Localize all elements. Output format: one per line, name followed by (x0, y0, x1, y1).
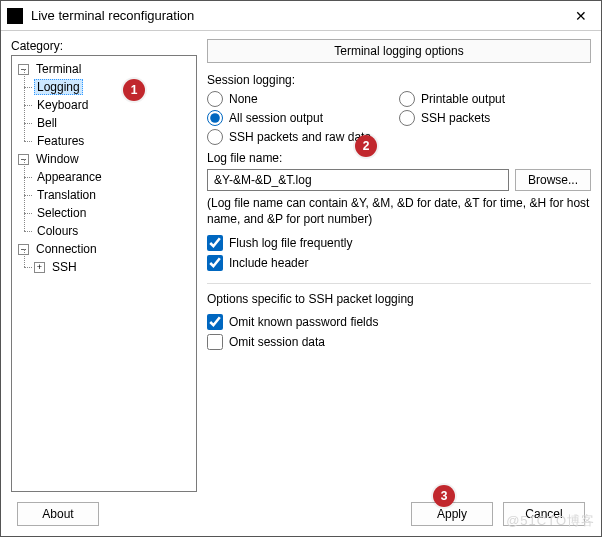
tree-label[interactable]: Connection (33, 241, 100, 257)
browse-button[interactable]: Browse... (515, 169, 591, 191)
checkbox-label: Include header (229, 256, 308, 270)
close-button[interactable]: ✕ (565, 3, 597, 29)
radio-input[interactable] (207, 129, 223, 145)
footer: About Apply Cancel (1, 492, 601, 536)
radio-none[interactable]: None (207, 91, 399, 107)
separator (207, 283, 591, 284)
tree-label[interactable]: Appearance (34, 169, 105, 185)
radio-ssh-raw[interactable]: SSH packets and raw data (207, 129, 591, 145)
radio-input[interactable] (399, 91, 415, 107)
about-button[interactable]: About (17, 502, 99, 526)
tree-label[interactable]: SSH (49, 259, 80, 275)
checkbox-input[interactable] (207, 334, 223, 350)
apply-button[interactable]: Apply (411, 502, 493, 526)
logfile-row: Browse... (207, 169, 591, 191)
logfile-input[interactable] (207, 169, 509, 191)
tree-node-translation[interactable]: Translation (34, 186, 194, 204)
checkbox-label: Flush log file frequently (229, 236, 352, 250)
close-icon: ✕ (575, 8, 587, 24)
tree-node-window[interactable]: –Window Appearance Translation Selection… (18, 150, 194, 240)
annotation-3: 3 (433, 485, 455, 507)
tree-label[interactable]: Bell (34, 115, 60, 131)
app-icon (7, 8, 23, 24)
radio-input[interactable] (207, 91, 223, 107)
radio-label: All session output (229, 111, 323, 125)
check-header[interactable]: Include header (207, 255, 591, 271)
tree-node-keyboard[interactable]: Keyboard (34, 96, 194, 114)
radio-input[interactable] (399, 110, 415, 126)
checkbox-label: Omit session data (229, 335, 325, 349)
titlebar: Live terminal reconfiguration ✕ (1, 1, 601, 31)
ssh-section-label: Options specific to SSH packet logging (207, 292, 591, 306)
logfile-label: Log file name: (207, 151, 591, 165)
session-logging-radios: None Printable output All session output… (207, 91, 591, 145)
category-tree[interactable]: –Terminal Logging Keyboard Bell Features… (11, 55, 197, 492)
annotation-1: 1 (123, 79, 145, 101)
tree-label[interactable]: Features (34, 133, 87, 149)
tree-node-ssh[interactable]: +SSH (34, 258, 194, 276)
checkbox-label: Omit known password fields (229, 315, 378, 329)
tree-node-selection[interactable]: Selection (34, 204, 194, 222)
checkbox-input[interactable] (207, 235, 223, 251)
radio-ssh-packets[interactable]: SSH packets (399, 110, 591, 126)
ssh-options: Omit known password fields Omit session … (207, 314, 591, 350)
tree-node-logging[interactable]: Logging (34, 78, 194, 96)
radio-all-output[interactable]: All session output (207, 110, 399, 126)
check-omit-session[interactable]: Omit session data (207, 334, 591, 350)
tree-node-terminal[interactable]: –Terminal Logging Keyboard Bell Features (18, 60, 194, 150)
tree-label[interactable]: Translation (34, 187, 99, 203)
logfile-hint: (Log file name can contain &Y, &M, &D fo… (207, 195, 591, 227)
expand-icon[interactable]: + (34, 262, 45, 273)
tree-node-appearance[interactable]: Appearance (34, 168, 194, 186)
tree-label[interactable]: Logging (34, 79, 83, 95)
tree-node-colours[interactable]: Colours (34, 222, 194, 240)
tree-label[interactable]: Window (33, 151, 82, 167)
right-column: Terminal logging options Session logging… (207, 39, 591, 492)
tree-label[interactable]: Keyboard (34, 97, 91, 113)
tree-label[interactable]: Selection (34, 205, 89, 221)
category-label: Category: (11, 39, 197, 53)
cancel-button[interactable]: Cancel (503, 502, 585, 526)
radio-printable[interactable]: Printable output (399, 91, 591, 107)
panel-title: Terminal logging options (207, 39, 591, 63)
tree-node-features[interactable]: Features (34, 132, 194, 150)
tree-label[interactable]: Terminal (33, 61, 84, 77)
radio-label: Printable output (421, 92, 505, 106)
radio-input[interactable] (207, 110, 223, 126)
content-area: Category: –Terminal Logging Keyboard Bel… (1, 31, 601, 492)
window-title: Live terminal reconfiguration (31, 8, 565, 23)
radio-label: None (229, 92, 258, 106)
annotation-2: 2 (355, 135, 377, 157)
tree-node-bell[interactable]: Bell (34, 114, 194, 132)
log-options: Flush log file frequently Include header (207, 235, 591, 271)
left-column: Category: –Terminal Logging Keyboard Bel… (11, 39, 197, 492)
tree-node-connection[interactable]: –Connection +SSH (18, 240, 194, 276)
checkbox-input[interactable] (207, 255, 223, 271)
tree-label[interactable]: Colours (34, 223, 81, 239)
radio-label: SSH packets and raw data (229, 130, 371, 144)
checkbox-input[interactable] (207, 314, 223, 330)
session-logging-label: Session logging: (207, 73, 591, 87)
radio-label: SSH packets (421, 111, 490, 125)
check-omit-pw[interactable]: Omit known password fields (207, 314, 591, 330)
check-flush[interactable]: Flush log file frequently (207, 235, 591, 251)
